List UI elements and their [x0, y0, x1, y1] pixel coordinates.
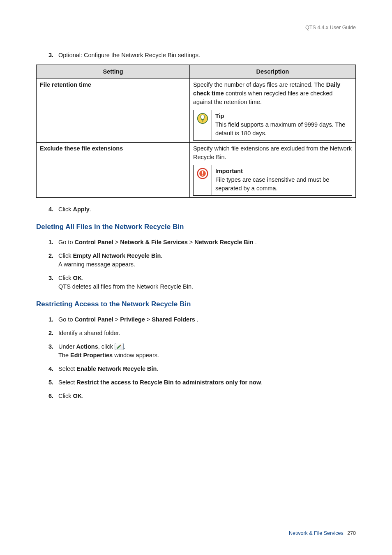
callout-body: File types are case insensitive and must… — [215, 176, 348, 193]
setting-description: Specify the number of days files are ret… — [189, 79, 355, 143]
step-4-apply: 4. Click Apply. — [42, 205, 356, 214]
important-callout: Important File types are case insensitiv… — [193, 165, 352, 196]
step-3-configure: 3. Optional: Configure the Network Recyc… — [42, 51, 356, 60]
tip-text: Tip This field supports a maximum of 999… — [212, 110, 352, 140]
list-item: 3.Under Actions, click .The Edit Propert… — [42, 342, 356, 360]
important-text: Important File types are case insensitiv… — [212, 165, 352, 195]
step-text: Click OK. — [56, 392, 356, 400]
footer-section: Network & File Services — [289, 530, 344, 536]
step-subtext: The Edit Properties window appears. — [58, 351, 356, 360]
alert-icon — [194, 165, 212, 182]
step-text: Go to Control Panel > Network & File Ser… — [56, 238, 356, 247]
callout-title: Tip — [215, 112, 348, 120]
desc-text: Specify the number of days files are ret… — [193, 81, 352, 106]
list-item: 6.Click OK. — [42, 392, 356, 400]
step-number: 1. — [42, 315, 56, 324]
settings-table: Setting Description File retention time … — [36, 65, 356, 198]
step-text: Click OK.QTS deletes all files from the … — [56, 274, 356, 291]
step-text: Under Actions, click .The Edit Propertie… — [56, 342, 356, 360]
step-number: 2. — [42, 252, 56, 269]
delete-steps-list: 1.Go to Control Panel > Network & File S… — [36, 238, 356, 291]
list-item: 4.Select Enable Network Recycle Bin. — [42, 365, 356, 373]
page-content: QTS 4.4.x User Guide 3. Optional: Config… — [0, 0, 392, 400]
svg-rect-5 — [202, 171, 203, 174]
lightbulb-icon — [194, 110, 212, 127]
edit-properties-icon — [115, 343, 124, 350]
step-text: Select Enable Network Recycle Bin. — [56, 365, 356, 373]
table-row: File retention time Specify the number o… — [37, 79, 356, 143]
callout-title: Important — [215, 167, 348, 176]
section-title-deleting: Deleting All Files in the Network Recycl… — [36, 222, 356, 232]
step-text: Identify a shared folder. — [56, 329, 356, 338]
table-header-row: Setting Description — [37, 65, 356, 79]
list-item: 3.Click OK.QTS deletes all files from th… — [42, 274, 356, 291]
table-row: Exclude these file extensions Specify wh… — [37, 143, 356, 198]
step-text: Go to Control Panel > Privilege > Shared… — [56, 315, 356, 324]
step-text: Click Empty All Network Recycle Bin.A wa… — [56, 252, 356, 269]
svg-rect-2 — [202, 121, 203, 121]
step-text: Select Restrict the access to Recycle Bi… — [56, 378, 356, 387]
svg-point-6 — [202, 175, 203, 176]
step-number: 1. — [42, 238, 56, 247]
step-subtext: QTS deletes all files from the Network R… — [58, 282, 356, 291]
step-text: Click Apply. — [56, 205, 356, 214]
tip-callout: Tip This field supports a maximum of 999… — [193, 110, 352, 141]
setting-name: Exclude these file extensions — [37, 143, 190, 198]
desc-text: Specify which file extensions are exclud… — [193, 144, 352, 162]
step-number: 3. — [42, 342, 56, 360]
setting-name: File retention time — [37, 79, 190, 143]
list-item: 1.Go to Control Panel > Privilege > Shar… — [42, 315, 356, 324]
step-number: 3. — [42, 274, 56, 291]
step-number: 3. — [42, 51, 56, 60]
list-item: 2.Click Empty All Network Recycle Bin.A … — [42, 252, 356, 269]
step-number: 5. — [42, 378, 56, 387]
step-number: 2. — [42, 329, 56, 338]
col-setting: Setting — [37, 65, 190, 79]
list-item: 1.Go to Control Panel > Network & File S… — [42, 238, 356, 247]
list-item: 5.Select Restrict the access to Recycle … — [42, 378, 356, 387]
list-item: 2.Identify a shared folder. — [42, 329, 356, 338]
restrict-steps-list: 1.Go to Control Panel > Privilege > Shar… — [36, 315, 356, 400]
page-footer: Network & File Services 270 — [289, 530, 356, 537]
step-number: 4. — [42, 205, 56, 214]
section-title-restricting: Restricting Access to the Network Recycl… — [36, 299, 356, 310]
step-subtext: A warning message appears. — [58, 260, 356, 269]
footer-page-number: 270 — [347, 530, 356, 536]
step-text: Optional: Configure the Network Recycle … — [56, 51, 356, 60]
header-guide-title: QTS 4.4.x User Guide — [36, 24, 356, 31]
callout-body: This field supports a maximum of 9999 da… — [215, 120, 348, 138]
step-number: 6. — [42, 392, 56, 400]
col-description: Description — [189, 65, 355, 79]
svg-rect-1 — [202, 120, 203, 121]
setting-description: Specify which file extensions are exclud… — [189, 143, 355, 198]
step-number: 4. — [42, 365, 56, 373]
